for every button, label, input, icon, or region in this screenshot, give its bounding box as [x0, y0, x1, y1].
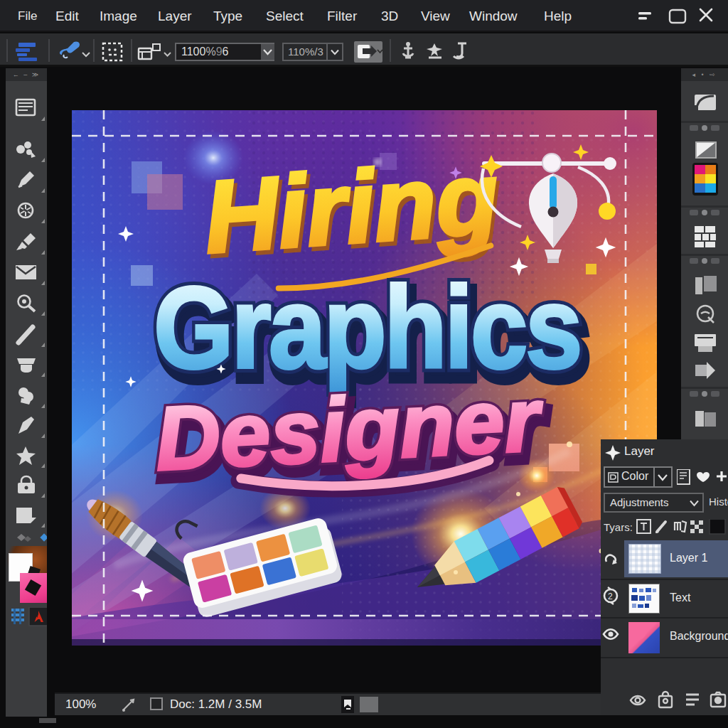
svg-text:2: 2 [608, 592, 613, 601]
